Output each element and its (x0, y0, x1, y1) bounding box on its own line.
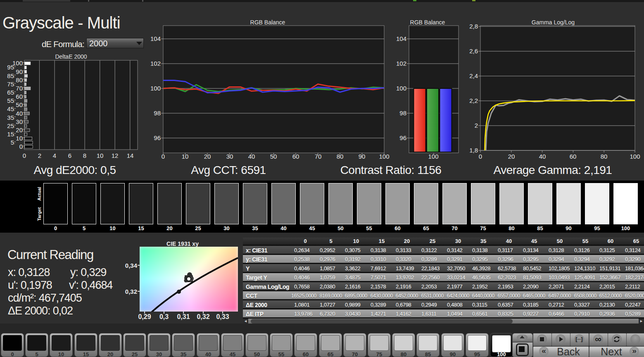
svg-text:96: 96 (399, 134, 406, 141)
svg-text:60: 60 (16, 93, 23, 100)
svg-text:5: 5 (11, 139, 14, 146)
svg-text:2,4: 2,4 (469, 72, 478, 79)
svg-text:100: 100 (630, 153, 640, 160)
svg-text:35: 35 (7, 114, 14, 121)
svg-text:98: 98 (154, 109, 161, 117)
svg-text:2: 2 (38, 152, 41, 159)
svg-text:15: 15 (7, 131, 14, 138)
svg-text:104: 104 (396, 35, 406, 42)
svg-text:90: 90 (16, 68, 23, 75)
svg-text:98: 98 (399, 109, 406, 117)
svg-text:10: 10 (97, 152, 104, 159)
svg-text:20: 20 (508, 153, 515, 160)
svg-text:0: 0 (19, 143, 23, 150)
svg-text:102: 102 (150, 60, 161, 67)
svg-text:80: 80 (601, 153, 608, 160)
svg-text:100: 100 (428, 153, 438, 160)
svg-text:100: 100 (396, 85, 406, 92)
svg-text:40: 40 (16, 110, 23, 117)
svg-text:10: 10 (16, 135, 23, 142)
svg-text:85: 85 (7, 72, 14, 79)
svg-text:2: 2 (475, 122, 478, 129)
svg-text:50: 50 (16, 101, 23, 108)
svg-text:96: 96 (154, 134, 161, 141)
svg-text:RGB Balance: RGB Balance (410, 19, 445, 26)
svg-text:65: 65 (7, 89, 14, 96)
svg-text:30: 30 (16, 118, 23, 125)
svg-text:DeltaE 2000: DeltaE 2000 (55, 53, 87, 60)
svg-text:25: 25 (7, 122, 14, 129)
svg-text:2,8: 2,8 (469, 23, 478, 30)
svg-text:70: 70 (16, 85, 23, 92)
svg-text:0: 0 (23, 152, 26, 159)
svg-text:2,6: 2,6 (469, 48, 478, 55)
svg-text:Gamma Log/Log: Gamma Log/Log (532, 19, 575, 26)
svg-text:1,8: 1,8 (469, 147, 478, 154)
svg-text:80: 80 (16, 76, 23, 83)
svg-text:0: 0 (479, 153, 482, 160)
svg-text:104: 104 (150, 35, 161, 42)
svg-text:2,2: 2,2 (469, 97, 478, 104)
svg-text:40: 40 (539, 153, 546, 160)
svg-text:6: 6 (68, 152, 71, 159)
svg-text:55: 55 (7, 97, 14, 104)
svg-text:75: 75 (7, 81, 14, 88)
svg-text:102: 102 (396, 60, 406, 67)
svg-text:RGB Balance: RGB Balance (250, 19, 285, 26)
svg-text:4: 4 (53, 152, 56, 159)
svg-text:100: 100 (12, 60, 23, 67)
svg-text:60: 60 (570, 153, 577, 160)
svg-text:100: 100 (150, 85, 161, 92)
svg-text:14: 14 (127, 152, 134, 159)
svg-text:45: 45 (7, 105, 14, 112)
svg-text:12: 12 (112, 152, 119, 159)
svg-text:8: 8 (83, 152, 86, 159)
svg-text:20: 20 (16, 126, 23, 133)
